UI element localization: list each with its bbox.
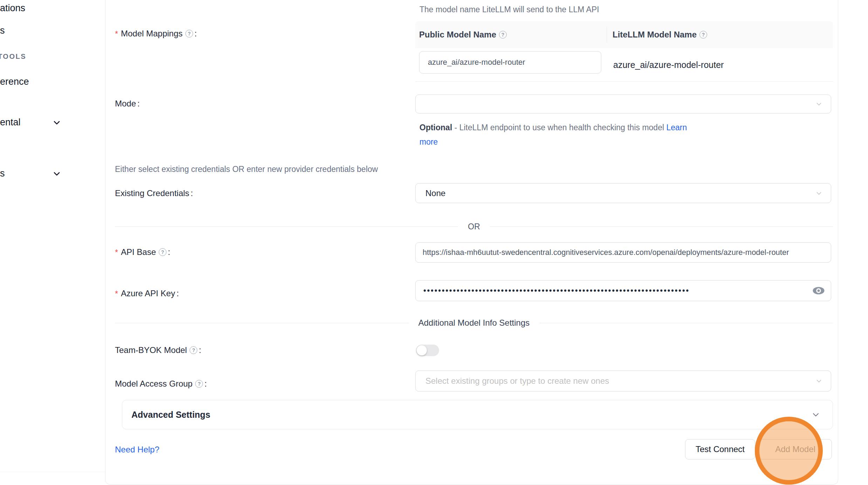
team-byok-label: Team-BYOK Model ? : — [115, 345, 201, 355]
toggle-knob — [417, 345, 427, 355]
divider-line — [490, 227, 833, 227]
required-mark: * — [115, 28, 118, 39]
azure-api-key-field — [415, 280, 831, 301]
api-base-label-text: API Base — [121, 247, 156, 257]
team-byok-label-text: Team-BYOK Model — [115, 345, 187, 355]
header-column-divider — [607, 27, 607, 43]
required-mark: * — [115, 288, 118, 299]
sidebar-item-models[interactable]: s — [0, 25, 5, 36]
question-circle-icon[interactable]: ? — [190, 346, 197, 354]
chevron-down-icon[interactable] — [53, 118, 61, 127]
existing-credentials-label-text: Existing Credentials — [115, 188, 189, 198]
model-mappings-table: Public Model Name ? LiteLLM Model Name ?… — [415, 21, 833, 82]
mode-label: Mode : — [115, 99, 140, 109]
test-connect-button[interactable]: Test Connect — [685, 439, 755, 459]
public-model-name-header-text: Public Model Name — [419, 30, 496, 40]
need-help-link[interactable]: Need Help? — [115, 445, 159, 455]
chevron-down-icon — [815, 190, 822, 197]
divider-line — [539, 323, 833, 323]
mode-label-text: Mode — [115, 99, 136, 109]
public-model-name-header: Public Model Name ? — [415, 30, 607, 40]
sidebar-item-settings[interactable]: s — [0, 168, 5, 179]
eye-icon[interactable] — [812, 286, 825, 295]
public-model-name-input[interactable] — [419, 51, 601, 74]
model-access-group-label: Model Access Group ? : — [115, 379, 207, 389]
advanced-settings-panel[interactable]: Advanced Settings — [122, 400, 833, 429]
litellm-model-name-header: LiteLLM Model Name ? — [607, 30, 707, 40]
api-base-label: * API Base ? : — [115, 247, 170, 257]
additional-settings-divider-text: Additional Model Info Settings — [409, 318, 540, 328]
mode-helper-text: Optional - LiteLLM endpoint to use when … — [419, 120, 819, 149]
question-circle-icon[interactable]: ? — [185, 30, 193, 37]
add-model-button[interactable]: Add Model — [759, 439, 832, 459]
credentials-note: Either select existing credentials OR en… — [115, 165, 378, 174]
azure-api-key-label: * Azure API Key : — [115, 288, 179, 299]
question-circle-icon[interactable]: ? — [195, 380, 203, 388]
chevron-down-icon[interactable] — [53, 169, 61, 178]
existing-credentials-value: None — [416, 188, 445, 198]
mode-helper-body: - LiteLLM endpoint to use when health ch… — [452, 123, 666, 132]
mappings-table-header: Public Model Name ? LiteLLM Model Name ? — [415, 21, 833, 48]
required-mark: * — [115, 247, 118, 257]
advanced-settings-title: Advanced Settings — [131, 410, 210, 420]
sidebar-divider — [0, 472, 105, 472]
sidebar-item-inference[interactable]: erence — [0, 76, 29, 87]
eye-icon-glyph — [812, 286, 825, 295]
model-access-group-placeholder: Select existing groups or type to create… — [416, 376, 609, 386]
label-colon: : — [199, 345, 201, 355]
mode-select[interactable] — [415, 95, 831, 113]
sidebar-item-organizations[interactable]: ations — [0, 3, 25, 14]
label-colon: : — [177, 289, 179, 298]
api-base-input[interactable] — [415, 242, 831, 263]
sidebar-item-experimental[interactable]: ental — [0, 117, 21, 128]
model-access-group-select[interactable]: Select existing groups or type to create… — [415, 370, 831, 392]
optional-bold: Optional — [419, 123, 452, 132]
azure-api-key-label-text: Azure API Key — [121, 289, 175, 298]
additional-settings-divider: Additional Model Info Settings — [115, 318, 833, 328]
label-colon: : — [168, 247, 170, 257]
divider-line — [115, 323, 409, 323]
litellm-model-name-header-text: LiteLLM Model Name — [613, 30, 697, 40]
label-colon: : — [137, 99, 140, 109]
model-name-helper-text: The model name LiteLLM will send to the … — [419, 5, 599, 14]
question-circle-icon[interactable]: ? — [699, 31, 707, 39]
chevron-down-icon — [812, 410, 820, 419]
question-circle-icon[interactable]: ? — [499, 31, 507, 39]
label-colon: : — [204, 379, 207, 389]
azure-api-key-input[interactable] — [415, 280, 831, 301]
chevron-down-icon — [815, 101, 822, 108]
label-colon: : — [191, 188, 193, 198]
label-colon: : — [194, 29, 197, 39]
model-mappings-label: * Model Mappings ? : — [115, 28, 197, 39]
chevron-down-icon — [815, 377, 822, 384]
litellm-model-name-value: azure_ai/azure-model-router — [613, 60, 724, 70]
question-circle-icon[interactable]: ? — [159, 248, 166, 256]
or-divider-text: OR — [458, 222, 490, 231]
sidebar-section-tools: TOOLS — [0, 53, 26, 61]
team-byok-toggle[interactable] — [416, 345, 439, 356]
mappings-table-row: azure_ai/azure-model-router — [415, 48, 833, 82]
or-divider: OR — [115, 222, 833, 231]
divider-line — [115, 227, 458, 227]
existing-credentials-select[interactable]: None — [415, 183, 831, 203]
existing-credentials-label: Existing Credentials : — [115, 188, 193, 198]
model-access-group-label-text: Model Access Group — [115, 379, 192, 389]
model-mappings-label-text: Model Mappings — [121, 29, 183, 39]
